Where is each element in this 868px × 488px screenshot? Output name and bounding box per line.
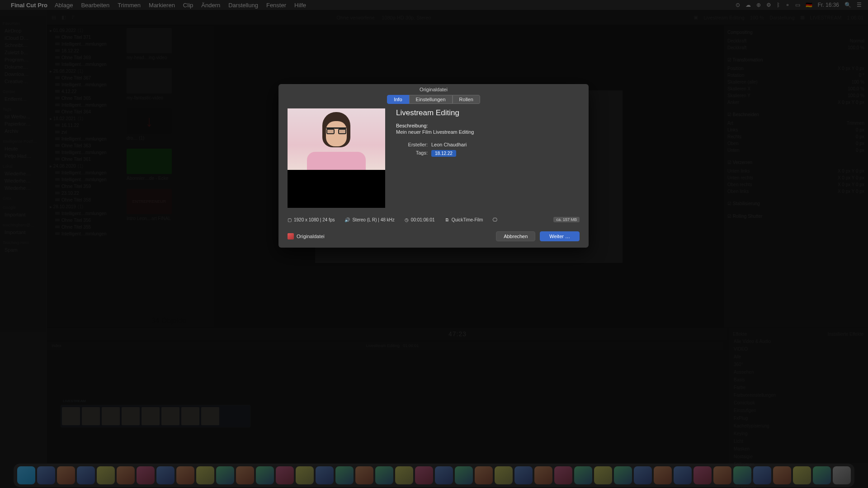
destination[interactable]: Originaldatei [288, 233, 325, 239]
preview-thumbnail [288, 108, 385, 208]
destination-label: Originaldatei [297, 234, 325, 239]
video-icon: ▢ [288, 217, 292, 222]
codec-value: QuickTime-Film [452, 217, 483, 222]
tab-info[interactable]: Info [387, 95, 409, 104]
audio-icon: 🔊 [344, 217, 350, 222]
tag-chip[interactable]: 18.12.22 [431, 150, 456, 157]
clip-title: Livestream Editing [396, 108, 580, 117]
preview-image [288, 108, 385, 170]
resolution-value: 868 x 488 | 24 fps [294, 217, 335, 222]
description-label: Beschreibung: [396, 123, 580, 128]
audio-value: Stereo (L R) | 48 kHz [352, 217, 394, 222]
tab-settings[interactable]: Einstellungen [409, 95, 453, 104]
creator-value[interactable]: Leon Chaudhari [431, 142, 467, 147]
filesize-badge: ca. 157 MB [553, 217, 580, 222]
tags-label: Tags: [396, 150, 428, 157]
tab-roles[interactable]: Rollen [453, 95, 480, 104]
file-icon: 🗎 [445, 217, 449, 222]
dialog-title: Originaldatei [278, 84, 589, 95]
clock-icon: ◷ [405, 217, 409, 222]
device-icon: 🖵 [493, 217, 497, 222]
destination-icon [288, 233, 294, 239]
creator-label: Ersteller: [396, 142, 428, 147]
cancel-button[interactable]: Abbrechen [496, 231, 535, 241]
description-text[interactable]: Mein neuer Film Livestream Editing [396, 129, 580, 135]
export-stats: ▢868 x 488 | 24 fps 🔊Stereo (L R) | 48… [278, 214, 589, 227]
next-button[interactable]: Weiter … [540, 231, 580, 241]
duration-value: 00:01:06:01 [411, 217, 435, 222]
dialog-tabs: Info Einstellungen Rollen [278, 95, 589, 104]
export-dialog: Originaldatei Info Einstellungen Rollen … [278, 84, 589, 248]
